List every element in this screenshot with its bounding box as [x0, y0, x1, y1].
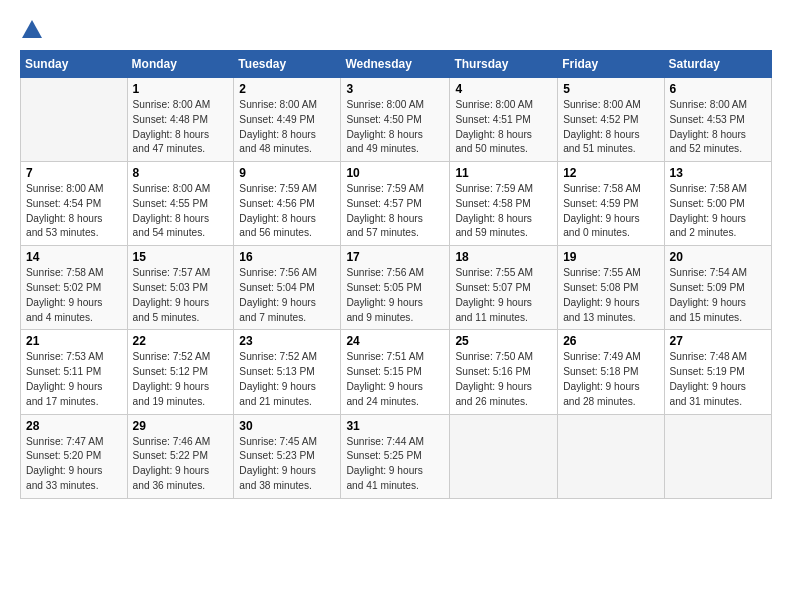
day-info: Sunrise: 8:00 AMSunset: 4:53 PMDaylight:…	[670, 98, 766, 157]
day-info: Sunrise: 7:50 AMSunset: 5:16 PMDaylight:…	[455, 350, 552, 409]
day-info: Sunrise: 8:00 AMSunset: 4:48 PMDaylight:…	[133, 98, 229, 157]
day-number: 7	[26, 166, 122, 180]
calendar-cell	[450, 414, 558, 498]
calendar-cell: 19Sunrise: 7:55 AMSunset: 5:08 PMDayligh…	[558, 246, 664, 330]
page: SundayMondayTuesdayWednesdayThursdayFrid…	[0, 0, 792, 612]
day-number: 26	[563, 334, 658, 348]
day-number: 30	[239, 419, 335, 433]
calendar-cell: 24Sunrise: 7:51 AMSunset: 5:15 PMDayligh…	[341, 330, 450, 414]
calendar-cell	[21, 78, 128, 162]
week-row-2: 7Sunrise: 8:00 AMSunset: 4:54 PMDaylight…	[21, 162, 772, 246]
svg-marker-0	[22, 20, 42, 38]
day-info: Sunrise: 7:45 AMSunset: 5:23 PMDaylight:…	[239, 435, 335, 494]
weekday-tuesday: Tuesday	[234, 51, 341, 78]
calendar-cell: 10Sunrise: 7:59 AMSunset: 4:57 PMDayligh…	[341, 162, 450, 246]
day-info: Sunrise: 7:52 AMSunset: 5:13 PMDaylight:…	[239, 350, 335, 409]
day-info: Sunrise: 7:46 AMSunset: 5:22 PMDaylight:…	[133, 435, 229, 494]
calendar-cell: 6Sunrise: 8:00 AMSunset: 4:53 PMDaylight…	[664, 78, 771, 162]
day-info: Sunrise: 7:51 AMSunset: 5:15 PMDaylight:…	[346, 350, 444, 409]
calendar-cell: 1Sunrise: 8:00 AMSunset: 4:48 PMDaylight…	[127, 78, 234, 162]
day-number: 28	[26, 419, 122, 433]
week-row-4: 21Sunrise: 7:53 AMSunset: 5:11 PMDayligh…	[21, 330, 772, 414]
day-number: 10	[346, 166, 444, 180]
calendar-cell	[664, 414, 771, 498]
calendar-cell: 26Sunrise: 7:49 AMSunset: 5:18 PMDayligh…	[558, 330, 664, 414]
day-info: Sunrise: 7:59 AMSunset: 4:57 PMDaylight:…	[346, 182, 444, 241]
day-info: Sunrise: 7:59 AMSunset: 4:58 PMDaylight:…	[455, 182, 552, 241]
day-number: 1	[133, 82, 229, 96]
calendar-cell: 27Sunrise: 7:48 AMSunset: 5:19 PMDayligh…	[664, 330, 771, 414]
day-number: 11	[455, 166, 552, 180]
day-number: 4	[455, 82, 552, 96]
day-info: Sunrise: 8:00 AMSunset: 4:52 PMDaylight:…	[563, 98, 658, 157]
weekday-sunday: Sunday	[21, 51, 128, 78]
day-info: Sunrise: 7:58 AMSunset: 4:59 PMDaylight:…	[563, 182, 658, 241]
day-number: 31	[346, 419, 444, 433]
calendar-cell: 28Sunrise: 7:47 AMSunset: 5:20 PMDayligh…	[21, 414, 128, 498]
logo-icon	[22, 20, 42, 38]
day-number: 25	[455, 334, 552, 348]
day-info: Sunrise: 8:00 AMSunset: 4:51 PMDaylight:…	[455, 98, 552, 157]
calendar-cell: 7Sunrise: 8:00 AMSunset: 4:54 PMDaylight…	[21, 162, 128, 246]
weekday-monday: Monday	[127, 51, 234, 78]
calendar-cell: 3Sunrise: 8:00 AMSunset: 4:50 PMDaylight…	[341, 78, 450, 162]
calendar-cell: 18Sunrise: 7:55 AMSunset: 5:07 PMDayligh…	[450, 246, 558, 330]
day-info: Sunrise: 7:58 AMSunset: 5:02 PMDaylight:…	[26, 266, 122, 325]
calendar-cell: 29Sunrise: 7:46 AMSunset: 5:22 PMDayligh…	[127, 414, 234, 498]
calendar-cell: 21Sunrise: 7:53 AMSunset: 5:11 PMDayligh…	[21, 330, 128, 414]
day-info: Sunrise: 7:59 AMSunset: 4:56 PMDaylight:…	[239, 182, 335, 241]
week-row-1: 1Sunrise: 8:00 AMSunset: 4:48 PMDaylight…	[21, 78, 772, 162]
calendar-cell: 14Sunrise: 7:58 AMSunset: 5:02 PMDayligh…	[21, 246, 128, 330]
calendar-cell: 16Sunrise: 7:56 AMSunset: 5:04 PMDayligh…	[234, 246, 341, 330]
day-number: 29	[133, 419, 229, 433]
calendar-cell: 2Sunrise: 8:00 AMSunset: 4:49 PMDaylight…	[234, 78, 341, 162]
calendar-cell: 13Sunrise: 7:58 AMSunset: 5:00 PMDayligh…	[664, 162, 771, 246]
day-number: 16	[239, 250, 335, 264]
day-number: 22	[133, 334, 229, 348]
day-number: 21	[26, 334, 122, 348]
day-info: Sunrise: 7:47 AMSunset: 5:20 PMDaylight:…	[26, 435, 122, 494]
weekday-saturday: Saturday	[664, 51, 771, 78]
day-number: 15	[133, 250, 229, 264]
day-info: Sunrise: 7:55 AMSunset: 5:07 PMDaylight:…	[455, 266, 552, 325]
day-number: 14	[26, 250, 122, 264]
day-number: 6	[670, 82, 766, 96]
day-number: 18	[455, 250, 552, 264]
day-number: 23	[239, 334, 335, 348]
day-info: Sunrise: 7:56 AMSunset: 5:04 PMDaylight:…	[239, 266, 335, 325]
day-info: Sunrise: 7:49 AMSunset: 5:18 PMDaylight:…	[563, 350, 658, 409]
calendar-cell: 5Sunrise: 8:00 AMSunset: 4:52 PMDaylight…	[558, 78, 664, 162]
day-number: 5	[563, 82, 658, 96]
day-number: 20	[670, 250, 766, 264]
day-number: 8	[133, 166, 229, 180]
day-info: Sunrise: 7:55 AMSunset: 5:08 PMDaylight:…	[563, 266, 658, 325]
calendar-cell: 15Sunrise: 7:57 AMSunset: 5:03 PMDayligh…	[127, 246, 234, 330]
calendar-cell: 17Sunrise: 7:56 AMSunset: 5:05 PMDayligh…	[341, 246, 450, 330]
day-number: 19	[563, 250, 658, 264]
day-number: 9	[239, 166, 335, 180]
day-info: Sunrise: 7:56 AMSunset: 5:05 PMDaylight:…	[346, 266, 444, 325]
calendar-cell: 4Sunrise: 8:00 AMSunset: 4:51 PMDaylight…	[450, 78, 558, 162]
calendar-cell	[558, 414, 664, 498]
weekday-thursday: Thursday	[450, 51, 558, 78]
weekday-header-row: SundayMondayTuesdayWednesdayThursdayFrid…	[21, 51, 772, 78]
day-info: Sunrise: 8:00 AMSunset: 4:50 PMDaylight:…	[346, 98, 444, 157]
calendar-cell: 25Sunrise: 7:50 AMSunset: 5:16 PMDayligh…	[450, 330, 558, 414]
calendar-cell: 23Sunrise: 7:52 AMSunset: 5:13 PMDayligh…	[234, 330, 341, 414]
calendar-cell: 30Sunrise: 7:45 AMSunset: 5:23 PMDayligh…	[234, 414, 341, 498]
day-info: Sunrise: 7:48 AMSunset: 5:19 PMDaylight:…	[670, 350, 766, 409]
calendar-cell: 9Sunrise: 7:59 AMSunset: 4:56 PMDaylight…	[234, 162, 341, 246]
day-number: 12	[563, 166, 658, 180]
calendar-cell: 22Sunrise: 7:52 AMSunset: 5:12 PMDayligh…	[127, 330, 234, 414]
day-info: Sunrise: 8:00 AMSunset: 4:49 PMDaylight:…	[239, 98, 335, 157]
calendar-cell: 31Sunrise: 7:44 AMSunset: 5:25 PMDayligh…	[341, 414, 450, 498]
logo	[20, 20, 42, 38]
day-info: Sunrise: 7:57 AMSunset: 5:03 PMDaylight:…	[133, 266, 229, 325]
day-info: Sunrise: 8:00 AMSunset: 4:55 PMDaylight:…	[133, 182, 229, 241]
calendar-cell: 12Sunrise: 7:58 AMSunset: 4:59 PMDayligh…	[558, 162, 664, 246]
header	[20, 20, 772, 38]
day-info: Sunrise: 7:54 AMSunset: 5:09 PMDaylight:…	[670, 266, 766, 325]
day-info: Sunrise: 7:52 AMSunset: 5:12 PMDaylight:…	[133, 350, 229, 409]
calendar-cell: 11Sunrise: 7:59 AMSunset: 4:58 PMDayligh…	[450, 162, 558, 246]
calendar-cell: 20Sunrise: 7:54 AMSunset: 5:09 PMDayligh…	[664, 246, 771, 330]
